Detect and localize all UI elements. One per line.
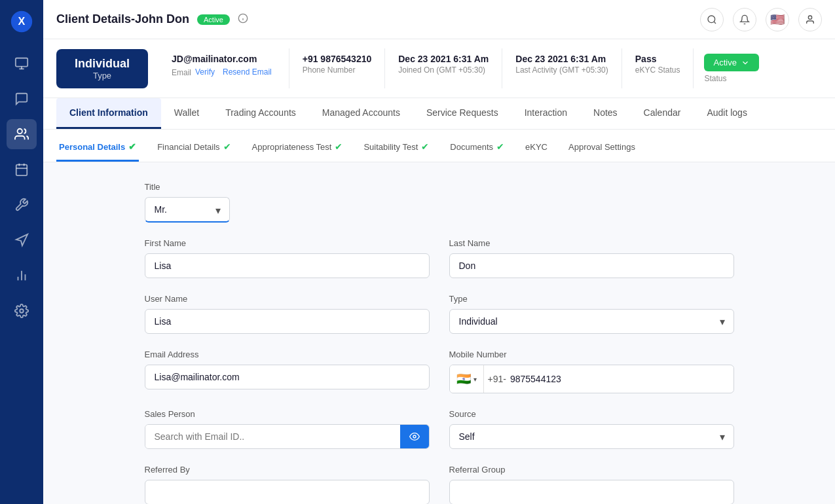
email-col: Email Address [145, 350, 430, 409]
svg-rect-2 [16, 58, 28, 67]
tab-audit-logs[interactable]: Audit logs [694, 98, 760, 129]
first-name-input[interactable] [145, 253, 430, 278]
mobile-flag: 🇮🇳 [456, 372, 471, 386]
sales-eye-button[interactable] [400, 425, 429, 448]
subtab-financial-details[interactable]: Financial Details ✔ [155, 136, 233, 162]
last-name-input[interactable] [449, 253, 734, 278]
referred-by-group: Referred By [145, 465, 430, 504]
last-name-col: Last Name [449, 238, 734, 294]
type-select[interactable]: Individual Corporate Joint [449, 309, 734, 334]
joined-label: Joined On (GMT +05:30) [398, 65, 489, 75]
tab-client-information[interactable]: Client Information [56, 98, 161, 129]
mobile-group: Mobile Number 🇮🇳 ▾ +91- [449, 350, 734, 393]
referral-group-label: Referral Group [449, 465, 734, 475]
subtab-documents[interactable]: Documents ✔ [447, 136, 507, 162]
source-col: Source Self Referral Agent Partner [449, 409, 734, 465]
last-activity-label: Last Activity (GMT +05:30) [515, 65, 608, 75]
profile-info-items: JD@mailinator.com Email Verify Resend Em… [158, 48, 822, 88]
title-select-wrapper: Mr. Mrs. Ms. Dr. [145, 197, 230, 223]
sidebar-item-tools[interactable] [7, 190, 37, 220]
info-icon[interactable] [238, 13, 248, 26]
subtab-personal-details[interactable]: Personal Details ✔ [56, 136, 139, 162]
sales-group: Sales Person [145, 409, 430, 449]
tab-notes[interactable]: Notes [580, 98, 631, 129]
flag-selector[interactable]: 🇮🇳 ▾ [450, 365, 484, 393]
sidebar-item-megaphone[interactable] [7, 225, 37, 255]
svg-point-17 [708, 16, 715, 23]
source-select[interactable]: Self Referral Agent Partner [449, 424, 734, 449]
profile-email: JD@mailinator.com [172, 54, 276, 64]
sidebar-item-reports[interactable] [7, 261, 37, 291]
sidebar-item-settings[interactable] [7, 296, 37, 326]
page-title: Client Details-John Don [56, 12, 189, 26]
subtab-documents-label: Documents [450, 142, 493, 152]
source-select-wrapper: Self Referral Agent Partner [449, 424, 734, 449]
verify-link[interactable]: Verify [195, 67, 215, 77]
referred-by-col: Referred By [145, 465, 430, 504]
email-input[interactable] [145, 365, 430, 389]
sidebar-item-users[interactable] [7, 119, 37, 149]
sales-label: Sales Person [145, 409, 430, 419]
type-label: Type [449, 294, 734, 304]
subtab-ekyc[interactable]: eKYC [523, 136, 550, 162]
type-name: Individual [69, 57, 135, 71]
referral-group-input[interactable] [449, 480, 734, 504]
personal-details-form: Title Mr. Mrs. Ms. Dr. First N [145, 182, 734, 504]
profile-joined: Dec 23 2021 6:31 Am [398, 54, 489, 64]
tab-wallet[interactable]: Wallet [161, 98, 212, 129]
sidebar: X [0, 0, 43, 504]
documents-check-icon: ✔ [496, 141, 504, 152]
title-select[interactable]: Mr. Mrs. Ms. Dr. [145, 197, 230, 223]
tab-interaction[interactable]: Interaction [511, 98, 580, 129]
personal-check-icon: ✔ [128, 141, 136, 152]
username-input[interactable] [145, 309, 430, 334]
title-label: Title [145, 182, 734, 192]
svg-point-5 [18, 129, 22, 134]
svg-point-13 [20, 309, 24, 313]
svg-rect-6 [16, 165, 28, 175]
subtab-appropriateness-test[interactable]: Appropriateness Test ✔ [250, 136, 346, 162]
tab-trading-accounts[interactable]: Trading Accounts [212, 98, 309, 129]
tab-calendar[interactable]: Calendar [631, 98, 694, 129]
type-select-wrapper: Individual Corporate Joint [449, 309, 734, 334]
subtab-suitability-label: Suitability Test [363, 142, 418, 152]
profile-bar: Individual Type JD@mailinator.com Email … [43, 39, 835, 98]
source-label: Source [449, 409, 734, 419]
appropriateness-check-icon: ✔ [335, 141, 343, 152]
profile-phone: +91 9876543210 [303, 54, 372, 64]
subtab-personal-label: Personal Details [59, 142, 125, 152]
svg-text:X: X [18, 15, 26, 27]
sales-input-wrapper [145, 424, 430, 449]
tab-service-requests[interactable]: Service Requests [413, 98, 511, 129]
referred-by-input[interactable] [145, 480, 430, 504]
resend-email-link[interactable]: Resend Email [223, 67, 272, 77]
topbar-actions: 🇺🇸 [700, 8, 822, 31]
user-button[interactable] [798, 8, 822, 31]
username-type-row: User Name Type Individual Corporate J [145, 294, 734, 350]
subtab-approval-settings[interactable]: Approval Settings [566, 136, 638, 162]
username-group: User Name [145, 294, 430, 334]
sales-person-input[interactable] [145, 425, 400, 448]
status-badge[interactable]: Active [704, 54, 758, 71]
profile-ekyc-item: Pass eKYC Status [622, 48, 694, 88]
status-text: Active [713, 58, 736, 67]
type-label: Type [69, 71, 135, 81]
profile-type: Individual Type [56, 49, 148, 88]
email-label: Email [172, 68, 191, 77]
referral-group-col: Referral Group [449, 465, 734, 504]
svg-point-20 [413, 435, 416, 438]
flag-button[interactable]: 🇺🇸 [766, 8, 789, 31]
profile-last-activity: Dec 23 2021 6:31 Am [515, 54, 608, 64]
sidebar-item-chat[interactable] [7, 84, 37, 114]
mobile-prefix: +91- [484, 367, 510, 391]
mobile-number-input[interactable] [510, 367, 733, 391]
sidebar-item-calendar[interactable] [7, 154, 37, 185]
source-group: Source Self Referral Agent Partner [449, 409, 734, 449]
sidebar-item-screen[interactable] [7, 48, 37, 79]
subtab-suitability-test[interactable]: Suitability Test ✔ [361, 136, 432, 162]
notification-button[interactable] [733, 8, 756, 31]
tab-managed-accounts[interactable]: Managed Accounts [309, 98, 413, 129]
search-button[interactable] [700, 8, 724, 31]
title-group: Title Mr. Mrs. Ms. Dr. [145, 182, 734, 223]
phone-label: Phone Number [303, 65, 372, 75]
